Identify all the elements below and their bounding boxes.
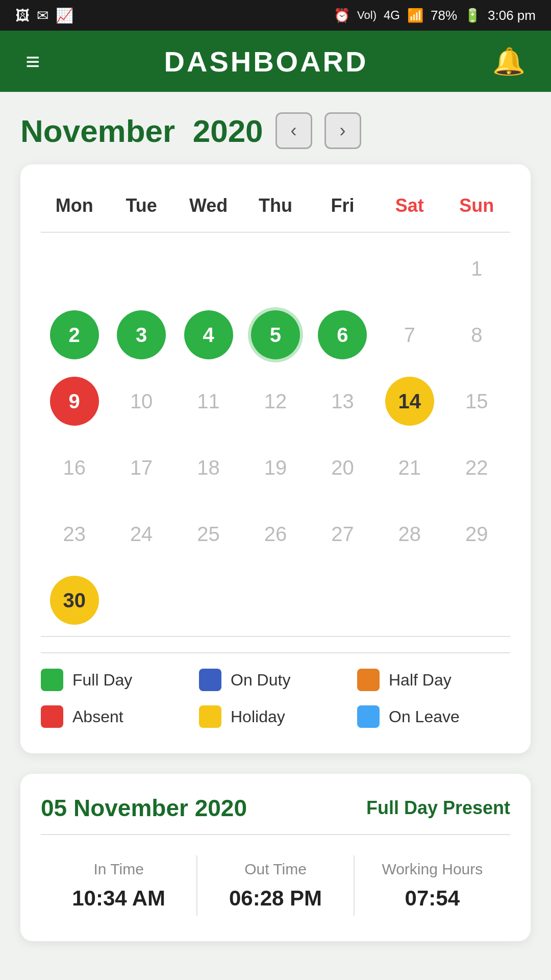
day-number-28: 28 [398, 523, 421, 546]
cell-empty-w6-7 [443, 570, 510, 631]
calendar-legend: Full Day On Duty Half Day Absent Holiday [41, 652, 510, 728]
cell-day-16[interactable]: 16 [41, 437, 108, 498]
legend-blue-swatch [199, 669, 221, 691]
cell-day-30[interactable]: 30 [41, 570, 108, 631]
day-number-27: 27 [331, 523, 354, 546]
cell-day-1[interactable]: 1 [443, 238, 510, 299]
cell-empty-6 [376, 238, 443, 299]
day-number-16: 16 [63, 456, 86, 479]
cell-day-10[interactable]: 10 [108, 371, 174, 432]
cell-day-2[interactable]: 2 [41, 304, 108, 365]
cell-empty-w6-6 [376, 570, 443, 631]
day-number-10: 10 [130, 390, 153, 413]
day-number-12: 12 [264, 390, 287, 413]
legend-absent: Absent [41, 705, 194, 728]
calendar-top-divider [41, 232, 510, 233]
detail-status-badge: Full Day Present [366, 797, 510, 819]
detail-card: 05 November 2020 Full Day Present In Tim… [20, 774, 531, 941]
calendar-week-4: 16 17 18 19 20 21 22 [41, 437, 510, 498]
cell-day-22[interactable]: 22 [443, 437, 510, 498]
prev-month-button[interactable]: ‹ [276, 112, 312, 149]
day-number-23: 23 [63, 523, 86, 546]
day-number-22: 22 [465, 456, 488, 479]
day-header-sun: Sun [443, 185, 510, 227]
notification-bell-icon[interactable]: 🔔 [492, 46, 525, 77]
cell-day-4[interactable]: 4 [175, 304, 242, 365]
alarm-icon: ⏰ [334, 8, 350, 23]
cell-day-21[interactable]: 21 [376, 437, 443, 498]
cell-empty-w6-5 [309, 570, 376, 631]
day-circle-5: 5 [251, 310, 300, 359]
cell-day-18[interactable]: 18 [175, 437, 242, 498]
cell-day-15[interactable]: 15 [443, 371, 510, 432]
cell-empty-4 [242, 238, 309, 299]
working-hours-section: Working Hours 07:54 [355, 855, 510, 916]
cell-day-3[interactable]: 3 [108, 304, 174, 365]
battery-icon: 🔋 [464, 8, 481, 23]
calendar-grid: Mon Tue Wed Thu Fri Sat Sun 1 [41, 185, 510, 728]
menu-button[interactable]: ≡ [26, 47, 40, 76]
day-circle-9: 9 [50, 377, 99, 426]
legend-on-leave-label: On Leave [389, 707, 460, 726]
legend-red-swatch [41, 705, 63, 728]
calendar-week-6: 30 [41, 570, 510, 631]
legend-absent-label: Absent [72, 707, 123, 726]
day-header-wed: Wed [175, 185, 242, 227]
cell-day-6[interactable]: 6 [309, 304, 376, 365]
app-header: ≡ DASHBOARD 🔔 [0, 31, 551, 92]
in-time-section: In Time 10:34 AM [41, 855, 196, 916]
day-header-tue: Tue [108, 185, 174, 227]
legend-half-day: Half Day [357, 669, 510, 691]
legend-orange-swatch [357, 669, 380, 691]
image-icon: 🖼 [15, 7, 30, 24]
day-number-29: 29 [465, 523, 488, 546]
next-month-button[interactable]: › [324, 112, 361, 149]
day-number-8: 8 [471, 324, 482, 347]
cell-day-9[interactable]: 9 [41, 371, 108, 432]
chevron-left-icon: ‹ [291, 120, 297, 141]
cell-day-17[interactable]: 17 [108, 437, 174, 498]
cell-empty-w6-4 [242, 570, 309, 631]
calendar-week-2: 2 3 4 5 6 7 8 [41, 304, 510, 365]
detail-header: 05 November 2020 Full Day Present [41, 794, 510, 822]
chart-icon: 📈 [56, 7, 73, 24]
cell-day-5[interactable]: 5 [242, 304, 309, 365]
cell-day-13[interactable]: 13 [309, 371, 376, 432]
signal-icon: 📶 [407, 8, 423, 23]
day-circle-3: 3 [117, 310, 166, 359]
cell-day-14[interactable]: 14 [376, 371, 443, 432]
battery-label: 78% [431, 8, 457, 23]
legend-green-swatch [41, 669, 63, 691]
legend-full-day-label: Full Day [72, 671, 132, 690]
month-label: November [20, 113, 175, 149]
header-title: DASHBOARD [164, 45, 368, 78]
legend-lightblue-swatch [357, 705, 380, 728]
cell-day-25[interactable]: 25 [175, 503, 242, 565]
detail-date: 05 November 2020 [41, 794, 247, 822]
cell-day-20[interactable]: 20 [309, 437, 376, 498]
day-number-15: 15 [465, 390, 488, 413]
legend-on-duty: On Duty [199, 669, 352, 691]
cell-day-19[interactable]: 19 [242, 437, 309, 498]
cell-day-7[interactable]: 7 [376, 304, 443, 365]
cell-day-24[interactable]: 24 [108, 503, 174, 565]
cell-day-8[interactable]: 8 [443, 304, 510, 365]
cell-day-23[interactable]: 23 [41, 503, 108, 565]
main-content: November 2020 ‹ › Mon Tue Wed Thu Fri Sa… [0, 92, 551, 972]
out-time-section: Out Time 06:28 PM [197, 855, 353, 916]
cell-day-27[interactable]: 27 [309, 503, 376, 565]
month-year-title: November 2020 [20, 113, 263, 149]
cell-day-11[interactable]: 11 [175, 371, 242, 432]
month-navigation: November 2020 ‹ › [20, 112, 531, 149]
cell-day-29[interactable]: 29 [443, 503, 510, 565]
cell-day-28[interactable]: 28 [376, 503, 443, 565]
day-circle-30: 30 [50, 576, 99, 625]
cell-day-12[interactable]: 12 [242, 371, 309, 432]
day-header-sat: Sat [376, 185, 443, 227]
year-label: 2020 [193, 113, 263, 149]
cell-empty-w6-3 [175, 570, 242, 631]
day-number-13: 13 [331, 390, 354, 413]
cell-day-26[interactable]: 26 [242, 503, 309, 565]
cell-empty-w6-2 [108, 570, 174, 631]
day-number-17: 17 [130, 456, 153, 479]
